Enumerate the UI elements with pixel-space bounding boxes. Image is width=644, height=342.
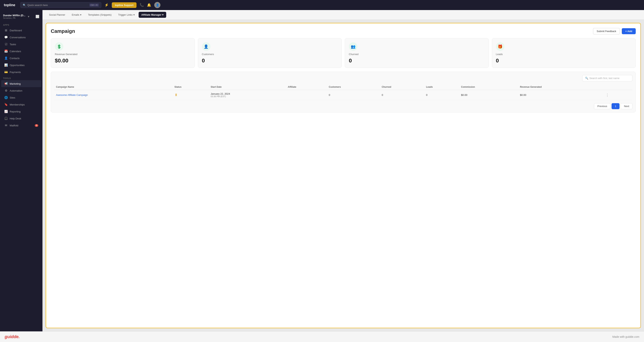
sub-nav-affiliate-manager[interactable]: Affiliate Manager ▾ — [138, 12, 166, 18]
sidebar-toggle-icon[interactable]: ⬜ — [36, 15, 40, 18]
sidebar-item-calendars[interactable]: 📅 Calendars — [1, 48, 41, 55]
cell-start-date: January 22, 2024 03:36 PM (EST) — [209, 90, 286, 100]
social-planner-label: Social Planner — [49, 13, 65, 16]
sidebar-item-helpdesk[interactable]: 🎧 Help Desk — [1, 115, 41, 122]
col-affiliate: Affiliate — [286, 84, 327, 90]
table-search-bar[interactable]: 🔍 Search with first, last name — [582, 75, 632, 81]
col-revenue-generated: Revenue Generated — [518, 84, 603, 90]
sidebar-item-opportunities[interactable]: 📊 Opportunities — [1, 62, 41, 69]
stat-card-leads: 🎁 Leads 0 — [492, 38, 636, 68]
churned-icon-wrap: 👥 — [349, 42, 357, 51]
sidebar-label-marketing: Marketing — [10, 82, 21, 85]
sidebar-item-reporting[interactable]: 📈 Reporting — [1, 108, 41, 115]
sub-nav-trigger-links[interactable]: Trigger Links ▾ — [116, 12, 138, 18]
stat-card-revenue: 💲 Revenue Generated $0.00 — [51, 38, 195, 68]
col-start-date: Start Date — [209, 84, 286, 90]
affiliate-manager-label: Affiliate Manager — [141, 13, 162, 16]
cell-more: ⋮ — [603, 90, 632, 100]
sidebar-item-marketing[interactable]: 📢 Marketing — [1, 80, 41, 87]
sidebar-item-memberships[interactable]: 🔖 Memberships — [1, 101, 41, 108]
sidebar-label-tasks: Tasks — [10, 43, 16, 46]
phone-icon[interactable]: 📞 — [140, 3, 144, 7]
table-row: Awesome Affiliate Campaign ⏸ January 22,… — [54, 90, 632, 100]
sidebar-item-sites[interactable]: 🌐 Sites — [1, 94, 41, 101]
campaign-title: Campaign — [51, 28, 75, 34]
support-button[interactable]: topline Support — [112, 2, 136, 8]
cell-churned: 0 — [380, 90, 424, 100]
revenue-icon-wrap: 💲 — [55, 42, 63, 51]
campaigns-table: Campaign Name Status Start Date Affiliat… — [54, 84, 632, 100]
reporting-icon: 📈 — [4, 110, 8, 113]
cell-campaign-name: Awesome Affiliate Campaign — [54, 90, 172, 100]
sidebar-item-payments[interactable]: 💳 Payments — [1, 69, 41, 76]
next-button[interactable]: Next — [621, 103, 632, 109]
cell-customers: 0 — [327, 90, 380, 100]
campaign-name-link[interactable]: Awesome Affiliate Campaign — [56, 94, 88, 96]
apps-label: Apps — [0, 22, 42, 27]
previous-button[interactable]: Previous — [594, 103, 610, 109]
sidebar-item-contacts[interactable]: 👤 Contacts — [1, 55, 41, 62]
dashboard-icon: ⊞ — [4, 29, 8, 32]
sidebar-item-mailfold[interactable]: ✉ Mailfold 5 — [1, 122, 41, 129]
content-area: Campaign Submit Feedback + Add 💲 Revenue… — [42, 20, 644, 331]
mailfold-icon: ✉ — [4, 124, 8, 127]
workspace-selector[interactable]: Dunder Mifflin (D... Scranton, PA ▾ ⬜ — [0, 12, 42, 21]
notification-icon[interactable]: 🔔 — [147, 3, 151, 7]
sub-nav-social-planner[interactable]: Social Planner — [46, 12, 68, 18]
table-section: 🔍 Search with first, last name Campaign … — [51, 72, 636, 112]
sub-nav-templates[interactable]: Templates (Snippets) — [85, 12, 114, 18]
churned-label: Churned — [349, 53, 485, 56]
table-body: Awesome Affiliate Campaign ⏸ January 22,… — [54, 90, 632, 100]
table-search-row: 🔍 Search with first, last name — [54, 75, 632, 81]
affiliate-manager-chevron-icon: ▾ — [162, 13, 164, 16]
col-customers: Customers — [327, 84, 380, 90]
tools-label: Tools — [0, 76, 42, 80]
sidebar-item-tasks[interactable]: ☑ Tasks — [1, 41, 41, 48]
col-commission: Commission — [459, 84, 518, 90]
footer-logo: guidde. — [5, 334, 20, 339]
search-icon: 🔍 — [23, 4, 26, 7]
avatar[interactable]: 👤 — [154, 2, 160, 8]
sub-nav-emails[interactable]: Emails ▾ — [69, 12, 84, 18]
sites-icon: 🌐 — [4, 96, 8, 99]
churned-value: 0 — [349, 58, 485, 64]
col-churned: Churned — [380, 84, 424, 90]
search-bar[interactable]: 🔍 Quick search here Ctrl + K — [20, 2, 101, 8]
sidebar-label-calendars: Calendars — [10, 50, 21, 53]
lightning-icon[interactable]: ⚡ — [104, 3, 109, 7]
emails-chevron-icon: ▾ — [80, 13, 82, 16]
emails-label: Emails — [72, 13, 79, 16]
customers-label: Customers — [202, 53, 338, 56]
stats-row: 💲 Revenue Generated $0.00 👤 Customers 0 — [51, 38, 636, 68]
col-campaign-name: Campaign Name — [54, 84, 172, 90]
sidebar-label-automation: Automation — [10, 89, 22, 92]
sidebar: Dunder Mifflin (D... Scranton, PA ▾ ⬜ Ap… — [0, 10, 42, 331]
table-head: Campaign Name Status Start Date Affiliat… — [54, 84, 632, 90]
sidebar-label-contacts: Contacts — [10, 57, 20, 60]
templates-label: Templates (Snippets) — [88, 13, 112, 16]
search-placeholder: Quick search here — [28, 4, 48, 7]
sidebar-label-dashboard: Dashboard — [10, 29, 22, 32]
conversations-icon: 💬 — [4, 36, 8, 39]
sidebar-item-conversations[interactable]: 💬 Conversations — [1, 34, 41, 41]
sidebar-item-dashboard[interactable]: ⊞ Dashboard — [1, 27, 41, 34]
memberships-icon: 🔖 — [4, 103, 8, 106]
row-more-button[interactable]: ⋮ — [605, 93, 610, 97]
add-button[interactable]: + Add — [622, 28, 636, 34]
revenue-label: Revenue Generated — [55, 53, 191, 56]
submit-feedback-button[interactable]: Submit Feedback — [593, 28, 620, 34]
automation-icon: ⚙ — [4, 89, 8, 92]
campaign-panel: Campaign Submit Feedback + Add 💲 Revenue… — [46, 23, 641, 328]
trigger-links-chevron-icon: ▾ — [134, 13, 135, 16]
leads-icon: 🎁 — [498, 44, 502, 49]
stat-card-customers: 👤 Customers 0 — [198, 38, 342, 68]
revenue-icon: 💲 — [57, 44, 62, 49]
sidebar-label-mailfold: Mailfold — [10, 124, 18, 127]
churned-icon: 👥 — [351, 44, 356, 49]
sidebar-item-automation[interactable]: ⚙ Automation — [1, 87, 41, 94]
page-1-button[interactable]: 1 — [612, 103, 620, 109]
trigger-links-label: Trigger Links — [118, 13, 132, 16]
sidebar-label-reporting: Reporting — [10, 110, 20, 113]
cell-revenue: $0.00 — [518, 90, 603, 100]
search-shortcut: Ctrl + K — [90, 4, 99, 7]
